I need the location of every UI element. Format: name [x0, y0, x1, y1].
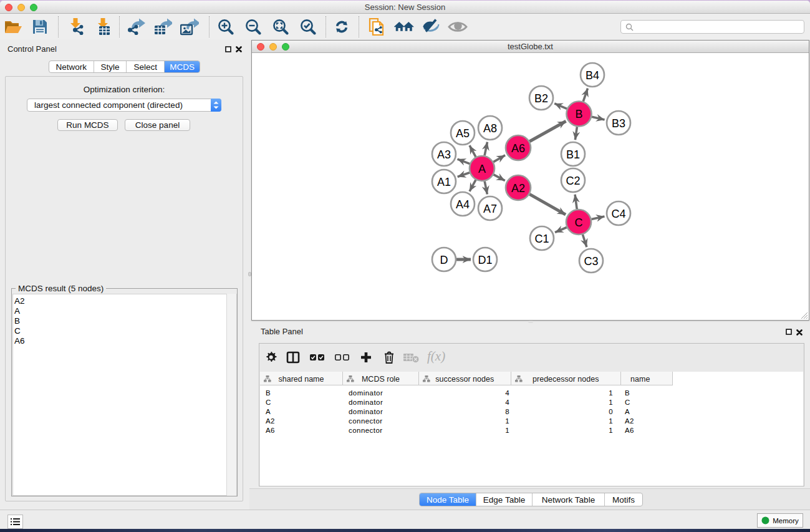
- svg-text:C: C: [575, 216, 583, 229]
- svg-text:C3: C3: [584, 255, 598, 268]
- svg-text:C1: C1: [534, 233, 549, 245]
- svg-text:A1: A1: [437, 176, 451, 188]
- svg-text:A3: A3: [437, 148, 451, 161]
- svg-text:D: D: [440, 254, 448, 266]
- svg-text:A4: A4: [456, 198, 470, 211]
- svg-text:A6: A6: [511, 142, 525, 155]
- svg-text:B2: B2: [534, 92, 548, 105]
- svg-text:B: B: [575, 108, 582, 120]
- svg-text:A5: A5: [456, 127, 470, 140]
- svg-text:A8: A8: [483, 122, 497, 135]
- svg-text:C2: C2: [566, 175, 580, 187]
- svg-text:B3: B3: [612, 117, 625, 130]
- svg-text:C4: C4: [611, 208, 625, 220]
- svg-text:A7: A7: [483, 203, 497, 215]
- svg-text:B4: B4: [586, 69, 599, 82]
- svg-text:A: A: [478, 163, 486, 175]
- svg-text:D1: D1: [478, 254, 492, 266]
- svg-text:A2: A2: [511, 182, 525, 195]
- svg-text:B1: B1: [566, 148, 580, 161]
